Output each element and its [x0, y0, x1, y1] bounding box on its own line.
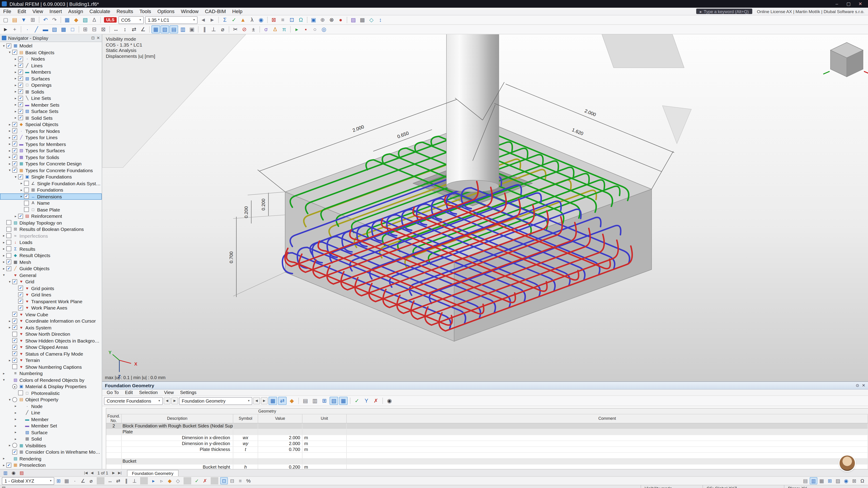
- toolbar-icon[interactable]: [79, 26, 79, 33]
- table-category-select[interactable]: Concrete Foundations▾: [104, 397, 163, 404]
- prev-page-button[interactable]: ◀: [90, 471, 94, 475]
- tree-item[interactable]: □ Base Plate: [0, 206, 102, 213]
- snap-icon[interactable]: ∠: [79, 477, 87, 484]
- chevron-icon[interactable]: [1, 273, 6, 277]
- tree-item[interactable]: ♥ Show North Direction: [0, 331, 102, 337]
- snap-icon[interactable]: ∥: [123, 477, 130, 484]
- checkbox[interactable]: [18, 76, 23, 81]
- panel-close-icon[interactable]: ✕: [862, 383, 865, 388]
- checkbox[interactable]: [12, 142, 17, 147]
- tree-item[interactable]: ♥ Grid points: [0, 285, 102, 291]
- snap-icon[interactable]: ◇: [174, 477, 182, 484]
- toolbar-icon[interactable]: ⊞: [29, 16, 37, 24]
- tree-item[interactable]: ▧ Display Topology on: [0, 219, 102, 226]
- snap-icon[interactable]: ⊥: [131, 477, 138, 484]
- toolbar-icon[interactable]: [347, 17, 347, 23]
- toolbar-icon[interactable]: Σ: [221, 16, 229, 24]
- toolbar-icon[interactable]: ▤: [169, 25, 178, 33]
- toolbar-icon[interactable]: ▥: [179, 25, 187, 33]
- menu-item[interactable]: Options: [154, 8, 178, 15]
- tree-item[interactable]: ▦ Mesh: [0, 259, 102, 265]
- tree-item[interactable]: ≈ Imperfections: [0, 232, 102, 239]
- menu-item[interactable]: CAD-BIM: [202, 8, 229, 15]
- toolbar-icon[interactable]: ⊠: [270, 16, 278, 24]
- toolbar-icon[interactable]: ⌀: [218, 25, 227, 33]
- snap-icon[interactable]: ✗: [201, 477, 209, 484]
- checkbox[interactable]: [12, 161, 17, 166]
- tree-item[interactable]: ▨ Colors of Rendered Objects by: [0, 377, 102, 383]
- checkbox[interactable]: [24, 188, 29, 193]
- snap-icon[interactable]: ▦: [63, 477, 70, 484]
- toolbar-icon[interactable]: Δ: [90, 16, 98, 24]
- chevron-icon[interactable]: [13, 116, 18, 120]
- chevron-icon[interactable]: [13, 96, 18, 100]
- toolbar-icon[interactable]: Ω: [297, 16, 305, 24]
- tab-foundation-geometry[interactable]: Foundation Geometry: [127, 470, 179, 476]
- chevron-icon[interactable]: [1, 247, 6, 251]
- checkbox[interactable]: [12, 397, 17, 402]
- tree-item[interactable]: ≡ Numbering: [0, 370, 102, 377]
- toolbar-icon[interactable]: ⊥: [209, 25, 218, 33]
- panel-menu-item[interactable]: View: [161, 390, 177, 395]
- chevron-icon[interactable]: [1, 378, 6, 382]
- chevron-icon[interactable]: [13, 175, 18, 179]
- toolbar-icon[interactable]: ◉: [257, 16, 266, 24]
- toolbar-icon[interactable]: ⊘: [240, 25, 249, 33]
- chevron-icon[interactable]: [1, 260, 6, 264]
- chevron-icon[interactable]: [19, 188, 24, 192]
- panel-toolbar-icon[interactable]: ▥: [311, 397, 319, 405]
- toolbar-icon[interactable]: ▩: [358, 16, 367, 24]
- chevron-icon[interactable]: [1, 240, 6, 245]
- tree-item[interactable]: ╱ Guide Objects: [0, 265, 102, 272]
- checkbox[interactable]: [18, 391, 23, 396]
- chevron-icon[interactable]: [13, 404, 18, 408]
- toolbar-icon[interactable]: ►: [1, 25, 10, 33]
- table-row[interactable]: Bucket height h 0.200 m: [106, 464, 868, 469]
- chevron-icon[interactable]: [7, 149, 12, 153]
- first-page-button[interactable]: |◀: [83, 471, 88, 475]
- chevron-icon[interactable]: [7, 358, 12, 362]
- snap-icon[interactable]: [184, 477, 191, 484]
- tree-item[interactable]: ▣ Single Foundations: [0, 173, 102, 180]
- view-option-icon[interactable]: ▤: [802, 477, 809, 484]
- table-select[interactable]: Foundation Geometry▾: [179, 397, 252, 404]
- chevron-icon[interactable]: [13, 214, 18, 218]
- tree-item[interactable]: □ Photorealistic: [0, 390, 102, 396]
- table-row[interactable]: Plate thickness t 0.700 m: [106, 447, 868, 453]
- checkbox[interactable]: [12, 279, 17, 284]
- menu-item[interactable]: File: [0, 8, 14, 15]
- tree-item[interactable]: ♥ Work Plane Axes: [0, 304, 102, 311]
- tree-item[interactable]: Σ Results: [0, 246, 102, 252]
- tree-item[interactable]: ▦ Model: [0, 42, 102, 49]
- table-row[interactable]: Bucket: [106, 459, 868, 464]
- toolbar-icon[interactable]: ≡: [278, 16, 287, 24]
- chevron-icon[interactable]: [7, 162, 12, 166]
- checkbox[interactable]: [18, 89, 23, 94]
- tree-item[interactable]: ▦ Types for Concrete Design: [0, 160, 102, 167]
- toolbar-icon[interactable]: ▬: [41, 25, 50, 33]
- toolbar-icon[interactable]: ⊕: [318, 16, 327, 24]
- panel-menu-item[interactable]: Settings: [178, 390, 199, 395]
- snap-icon[interactable]: %: [245, 477, 252, 484]
- panel-toolbar-icon[interactable]: [382, 398, 383, 404]
- checkbox[interactable]: [12, 312, 17, 317]
- chevron-icon[interactable]: [19, 195, 24, 199]
- checkbox[interactable]: [18, 174, 23, 180]
- tree-item[interactable]: ▤ Basic Objects: [0, 49, 102, 56]
- toolbar-icon[interactable]: ▢: [1, 16, 10, 24]
- chevron-icon[interactable]: [13, 103, 18, 107]
- chevron-icon[interactable]: [13, 417, 18, 421]
- checkbox[interactable]: [24, 207, 29, 212]
- chevron-icon[interactable]: [1, 254, 6, 258]
- panel-toolbar-icon[interactable]: ⊞: [320, 397, 329, 405]
- chevron-icon[interactable]: [13, 70, 18, 74]
- toolbar-icon[interactable]: [290, 26, 291, 33]
- checkbox[interactable]: [18, 286, 23, 291]
- view-option-icon[interactable]: ◉: [842, 477, 850, 484]
- chevron-icon[interactable]: [13, 90, 18, 94]
- checkbox[interactable]: [12, 351, 17, 356]
- toolbar-icon[interactable]: ↷: [50, 16, 59, 24]
- tree-item[interactable]: ♥ Coordinate Information on Cursor: [0, 318, 102, 324]
- toolbar-icon[interactable]: [61, 17, 61, 23]
- tree-item[interactable]: ╲ Line Sets: [0, 95, 102, 101]
